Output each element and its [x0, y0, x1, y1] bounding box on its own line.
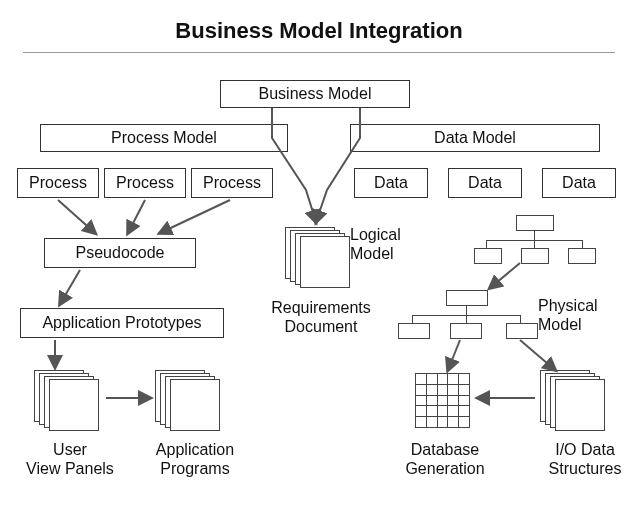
label-logical-model: Logical Model: [350, 225, 460, 263]
box-process-1: Process: [17, 168, 99, 198]
label-io-data-structures: I/O Data Structures: [530, 440, 638, 478]
svg-line-1: [128, 200, 145, 233]
label-database-generation: Database Generation: [390, 440, 500, 478]
svg-line-8: [520, 340, 555, 370]
box-application-prototypes: Application Prototypes: [20, 308, 224, 338]
label-requirements-document: Requirements Document: [266, 298, 376, 336]
grid-icon: [415, 373, 470, 428]
title-divider: [23, 52, 615, 53]
box-process-model: Process Model: [40, 124, 288, 152]
box-data-3: Data: [542, 168, 616, 198]
pages-icon: [34, 370, 96, 428]
box-data-2: Data: [448, 168, 522, 198]
svg-line-2: [160, 200, 230, 233]
svg-line-3: [60, 270, 80, 304]
box-business-model: Business Model: [220, 80, 410, 108]
svg-line-0: [58, 200, 95, 233]
diagram-title: Business Model Integration: [0, 18, 638, 44]
label-physical-model: Physical Model: [538, 296, 638, 334]
tree-icon-physical: [398, 290, 528, 338]
label-application-programs: Application Programs: [140, 440, 250, 478]
box-data-model: Data Model: [350, 124, 600, 152]
box-process-2: Process: [104, 168, 186, 198]
pages-icon: [540, 370, 602, 428]
pages-icon: [155, 370, 217, 428]
box-pseudocode: Pseudocode: [44, 238, 196, 268]
svg-line-7: [448, 340, 460, 370]
box-process-3: Process: [191, 168, 273, 198]
label-user-view-panels: User View Panels: [10, 440, 130, 478]
tree-icon-logical: [474, 215, 594, 263]
diagram-stage: Business Model Integration Business Mode…: [0, 0, 638, 507]
svg-line-6: [490, 263, 520, 288]
box-data-1: Data: [354, 168, 428, 198]
pages-icon: [285, 227, 347, 285]
